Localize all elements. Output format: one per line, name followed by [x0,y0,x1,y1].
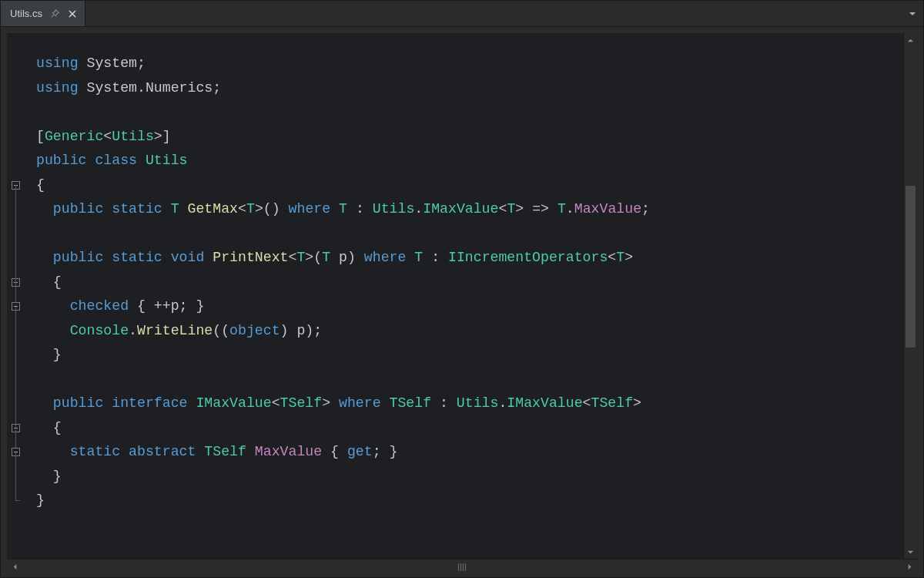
file-tab[interactable]: Utils.cs [1,1,85,26]
svg-line-0 [52,15,54,17]
scroll-down-arrow[interactable] [904,545,917,559]
tab-bar-spacer [85,1,902,26]
vertical-scrollbar-thumb[interactable] [906,186,916,348]
pin-icon[interactable] [50,8,60,18]
editor-window: Utils.cs [0,0,924,578]
editor-inner: using System; using System.Numerics; [Ge… [7,33,917,559]
tab-overflow-dropdown[interactable] [902,1,923,26]
vertical-scrollbar[interactable] [903,33,917,559]
splitter-grip-icon[interactable] [458,563,466,571]
code-content[interactable]: using System; using System.Numerics; [Ge… [24,33,903,559]
editor-area: using System; using System.Numerics; [Ge… [1,27,923,559]
scroll-up-arrow[interactable] [904,33,917,47]
horizontal-scrollbar[interactable] [7,559,917,574]
close-icon[interactable] [68,9,77,18]
horizontal-scrollbar-track[interactable] [22,560,902,574]
chevron-down-icon [909,10,916,18]
tab-filename: Utils.cs [10,8,42,19]
scroll-left-arrow[interactable] [7,560,22,575]
vertical-scrollbar-track[interactable] [904,47,917,545]
fold-gutter [7,33,24,559]
scroll-right-arrow[interactable] [902,560,917,575]
tab-bar: Utils.cs [1,1,923,27]
